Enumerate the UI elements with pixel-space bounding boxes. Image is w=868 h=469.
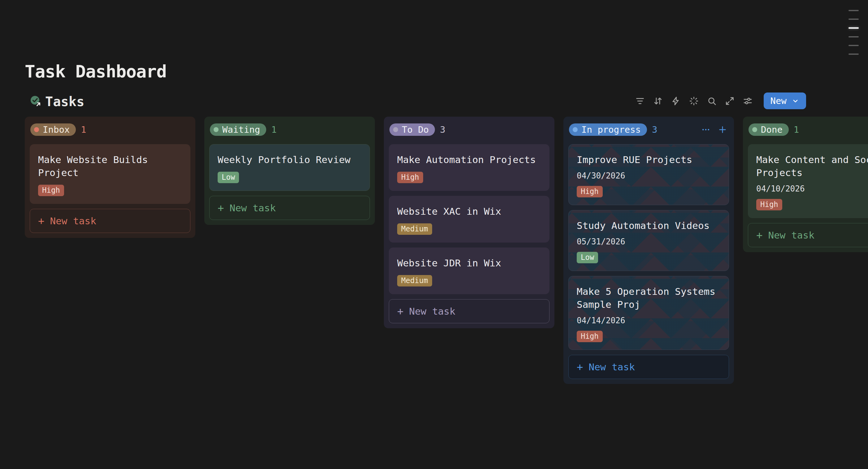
priority-badge: High bbox=[577, 186, 603, 197]
task-title: Make Automation Projects bbox=[397, 153, 541, 166]
task-due-date: 05/31/2026 bbox=[577, 237, 721, 246]
column-in-progress: In progress 3 Improve RUE Projects 04/30… bbox=[563, 116, 734, 384]
priority-badge: Low bbox=[218, 172, 239, 183]
search-icon[interactable] bbox=[706, 95, 718, 107]
outline-section-marker[interactable] bbox=[848, 19, 859, 20]
status-dot bbox=[34, 127, 39, 132]
column-header: In progress 3 bbox=[569, 124, 728, 136]
status-pill-in-progress[interactable]: In progress bbox=[569, 124, 647, 136]
task-due-date: 04/14/2026 bbox=[577, 316, 721, 325]
outline-section-marker[interactable] bbox=[848, 54, 859, 55]
column-count: 1 bbox=[794, 124, 799, 135]
plus-icon: + bbox=[756, 229, 763, 241]
task-card[interactable]: Website XAC in Wix Medium bbox=[389, 196, 550, 242]
column-done: Done 1 Make Content and Social Projects … bbox=[743, 116, 868, 252]
automations-bolt-icon[interactable] bbox=[670, 95, 682, 107]
outline-section-marker[interactable] bbox=[848, 36, 859, 37]
sort-icon[interactable] bbox=[652, 95, 664, 107]
status-dot bbox=[214, 127, 219, 132]
status-pill-done[interactable]: Done bbox=[748, 124, 789, 136]
column-count: 3 bbox=[440, 124, 445, 135]
status-pill-inbox[interactable]: Inbox bbox=[30, 124, 76, 136]
column-count: 3 bbox=[652, 124, 657, 135]
status-label: Inbox bbox=[43, 124, 70, 135]
plus-icon: + bbox=[397, 305, 403, 317]
plus-icon: + bbox=[218, 202, 224, 214]
filter-icon[interactable] bbox=[634, 95, 646, 107]
view-toolbar: New bbox=[634, 90, 806, 111]
column-add-card-icon[interactable] bbox=[717, 124, 728, 135]
task-due-date: 04/10/2026 bbox=[756, 184, 868, 193]
column-todo: To Do 3 Make Automation Projects High We… bbox=[384, 116, 554, 328]
task-title: Make Website Builds Project bbox=[38, 153, 182, 179]
status-label: Done bbox=[761, 124, 782, 135]
status-dot bbox=[752, 127, 757, 132]
status-label: To Do bbox=[402, 124, 429, 135]
priority-badge: Medium bbox=[397, 223, 432, 235]
new-task-button[interactable]: + New task bbox=[389, 299, 550, 323]
column-header: To Do 3 bbox=[390, 124, 549, 136]
priority-badge: Medium bbox=[397, 275, 432, 287]
task-card[interactable]: Make Content and Social Projects 04/10/2… bbox=[748, 144, 868, 218]
priority-badge: Low bbox=[577, 252, 598, 263]
priority-badge: High bbox=[756, 199, 782, 210]
task-title: Website XAC in Wix bbox=[397, 205, 541, 218]
new-task-label: New task bbox=[768, 230, 814, 241]
task-title: Website JDR in Wix bbox=[397, 257, 541, 269]
new-task-button[interactable]: + New task bbox=[748, 223, 868, 247]
column-count: 1 bbox=[271, 124, 276, 135]
priority-badge: High bbox=[38, 185, 64, 196]
expand-icon[interactable] bbox=[724, 95, 736, 107]
new-task-button[interactable]: + New task bbox=[568, 355, 729, 379]
status-pill-todo[interactable]: To Do bbox=[390, 124, 435, 136]
plus-icon: + bbox=[38, 215, 44, 227]
new-button-label: New bbox=[771, 96, 786, 106]
new-task-button[interactable]: + New task bbox=[209, 196, 370, 220]
column-more-icon[interactable] bbox=[700, 124, 712, 135]
kanban-board: Inbox 1 Make Website Builds Project High… bbox=[25, 116, 868, 384]
task-card[interactable]: Make 5 Operation Systems Sample Proj 04/… bbox=[568, 276, 729, 350]
priority-badge: High bbox=[577, 331, 603, 342]
chevron-down-icon bbox=[792, 97, 799, 105]
status-dot bbox=[573, 127, 578, 132]
task-title: Improve RUE Projects bbox=[577, 153, 721, 166]
column-count: 1 bbox=[81, 124, 86, 135]
status-pill-waiting[interactable]: Waiting bbox=[210, 124, 266, 136]
status-label: Waiting bbox=[222, 124, 260, 135]
task-card[interactable]: Study Automation Videos 05/31/2026 Low bbox=[568, 210, 729, 271]
tasks-database-icon bbox=[29, 95, 43, 108]
view-settings-sliders-icon[interactable] bbox=[742, 95, 754, 107]
task-title: Study Automation Videos bbox=[577, 219, 721, 232]
task-title: Weekly Portfolio Review bbox=[218, 153, 362, 166]
new-task-label: New task bbox=[409, 306, 455, 317]
task-due-date: 04/30/2026 bbox=[577, 171, 721, 180]
new-task-label: New task bbox=[50, 215, 96, 227]
new-button[interactable]: New bbox=[764, 93, 806, 109]
new-task-label: New task bbox=[588, 361, 634, 372]
task-card[interactable]: Weekly Portfolio Review Low bbox=[209, 144, 370, 191]
task-card[interactable]: Improve RUE Projects 04/30/2026 High bbox=[568, 144, 729, 205]
ai-sparkle-icon[interactable] bbox=[688, 95, 700, 107]
task-title: Make Content and Social Projects bbox=[756, 153, 868, 179]
view-tab-label: Tasks bbox=[45, 94, 84, 109]
task-card[interactable]: Website JDR in Wix Medium bbox=[389, 247, 550, 294]
task-title: Make 5 Operation Systems Sample Proj bbox=[577, 285, 721, 311]
status-label: In progress bbox=[581, 124, 641, 135]
column-header: Inbox 1 bbox=[30, 124, 190, 136]
outline-section-marker[interactable] bbox=[848, 10, 859, 11]
status-dot bbox=[393, 127, 398, 132]
column-waiting: Waiting 1 Weekly Portfolio Review Low + … bbox=[204, 116, 375, 225]
priority-badge: High bbox=[397, 172, 423, 183]
outline-section-marker-active[interactable] bbox=[848, 27, 859, 29]
page-title[interactable]: Task Dashboard bbox=[25, 61, 166, 81]
new-task-button[interactable]: + New task bbox=[30, 209, 190, 233]
new-task-label: New task bbox=[229, 202, 276, 213]
column-header: Waiting 1 bbox=[210, 124, 369, 136]
page-outline-nav bbox=[848, 10, 859, 55]
task-card[interactable]: Make Automation Projects High bbox=[389, 144, 550, 191]
plus-icon: + bbox=[577, 361, 583, 373]
outline-section-marker[interactable] bbox=[848, 45, 859, 46]
task-dashboard-app: Task Dashboard Tasks bbox=[0, 0, 868, 469]
view-tab-tasks[interactable]: Tasks bbox=[29, 93, 84, 110]
task-card[interactable]: Make Website Builds Project High bbox=[30, 144, 190, 204]
